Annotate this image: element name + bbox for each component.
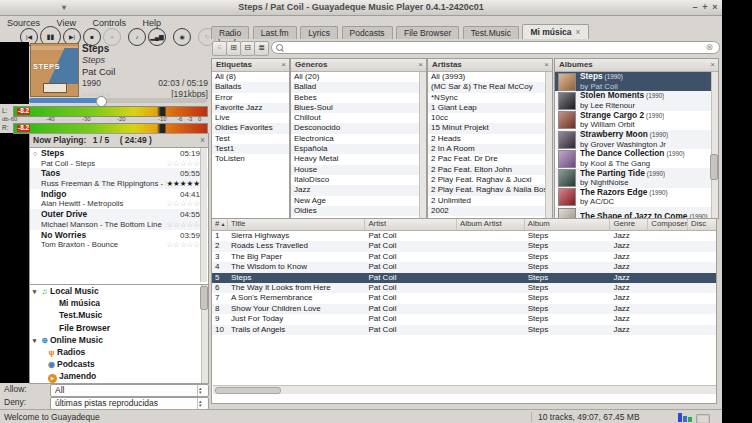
genre-item[interactable]: Electronica (291, 134, 419, 144)
panel-close-icon[interactable]: × (418, 59, 423, 71)
track-row[interactable]: 3 The Big Paper Pat Coil Steps Jazz (212, 252, 716, 262)
tree-group-online-music[interactable]: ▾⊕Online Music (30, 334, 208, 346)
table-h-scrollbar[interactable] (213, 385, 716, 394)
genre-item[interactable]: ItaloDisco (291, 175, 419, 185)
label-item[interactable]: Favorite Jazz (212, 103, 289, 113)
album-item[interactable]: Steps(1990) by Pat Coil (555, 72, 711, 91)
col-composer[interactable]: Composer (648, 219, 688, 230)
artist-item[interactable]: 10cc (428, 113, 545, 123)
tab-radio[interactable]: Radio (211, 26, 249, 39)
genre-item[interactable]: Ballad (291, 82, 419, 92)
tree-scrollbar[interactable] (201, 285, 208, 383)
expander-icon[interactable]: ▾ (30, 286, 39, 298)
album-item[interactable]: The Dance Collection(1990) by Kool & The… (555, 149, 711, 168)
track-row[interactable]: 5 Steps Pat Coil Steps Jazz (212, 273, 716, 283)
artist-item[interactable]: 1 Giant Leap (428, 103, 545, 113)
genre-item[interactable]: Jazz (291, 185, 419, 195)
tree-item-test-music[interactable]: Test.Music (30, 309, 208, 321)
tree-item-file-browser[interactable]: File Browser (30, 322, 208, 334)
now-playing-item[interactable]: Outer Drive 04:55 Michael Manson - The B… (30, 209, 208, 229)
table-h-scrollbar-thumb[interactable] (215, 387, 281, 394)
label-item[interactable]: All (8) (212, 72, 289, 82)
genre-item[interactable]: Bebes (291, 93, 419, 103)
track-row[interactable]: 7 A Son's Remembrance Pat Coil Steps Jaz… (212, 293, 716, 303)
col-artist[interactable]: Artist (365, 219, 457, 230)
now-playing-item[interactable]: Taos 05:55 Russ Freeman & The Rippington… (30, 168, 208, 188)
artist-item[interactable]: 2 Play Feat. Raghav & Naila Boss (428, 185, 545, 195)
artist-item[interactable]: 2 Pac Feat. Elton John (428, 165, 545, 175)
track-row[interactable]: 6 The Way It Looks from Here Pat Coil St… (212, 283, 716, 293)
item-rating[interactable]: ☆☆☆☆☆ (166, 159, 200, 168)
grid-view-icon[interactable]: ⊞ (226, 41, 241, 56)
col-title[interactable]: Title (228, 219, 365, 230)
album-item[interactable]: The Shape of Jazz to Come(1990) (555, 207, 711, 218)
now-playing-item[interactable]: Indigo 04:41 Alan Hewitt - Metropolis ☆☆… (30, 189, 208, 209)
label-item[interactable]: Oldies Favorites (212, 123, 289, 133)
expander-icon[interactable]: ▾ (30, 335, 39, 347)
tab-mi-musica[interactable]: Mi música× (522, 24, 588, 39)
track-row[interactable]: 1 Sierra Highways Pat Coil Steps Jazz (212, 231, 716, 241)
genre-item[interactable]: Oldies (291, 206, 419, 216)
artist-item[interactable]: All (3993) (428, 72, 545, 82)
minimize-button[interactable]: – (690, 0, 700, 15)
track-row[interactable]: 8 Show Your Children Love Pat Coil Steps… (212, 304, 716, 314)
genre-item[interactable]: Blues-Soul (291, 103, 419, 113)
albums-scrollbar-thumb[interactable] (710, 154, 718, 180)
artist-item[interactable]: (MC Sar &) The Real McCoy (428, 82, 545, 92)
now-playing-item[interactable]: No Worries 03:59 Tom Braxton - Bounce ☆☆… (30, 230, 208, 250)
artist-item[interactable]: *NSync (428, 93, 545, 103)
artist-item[interactable]: 2 Play Feat. Raghav & Jucxi (428, 175, 545, 185)
album-item[interactable]: Strawberry Moon(1990) by Grover Washingt… (555, 130, 711, 149)
track-row[interactable]: 10 Trails of Angels Pat Coil Steps Jazz (212, 325, 716, 335)
now-playing-item[interactable]: ○ Steps 05:19 Pat Coil - Steps ☆☆☆☆☆ (30, 148, 208, 168)
tab-lastfm[interactable]: Last.fm (253, 26, 297, 39)
tree-group-local-music[interactable]: ▾♫Local Music (30, 285, 208, 297)
album-item[interactable]: Strange Cargo 2(1990) by William Orbit (555, 111, 711, 130)
tree-item-radios[interactable]: ψRadios (30, 346, 208, 358)
tree-item-jamendo[interactable]: ▸Jamendo (30, 370, 208, 382)
track-row[interactable]: 2 Roads Less Travelled Pat Coil Steps Ja… (212, 241, 716, 251)
col-album[interactable]: Album (525, 219, 611, 230)
col-number[interactable]: # ▴ (212, 219, 228, 230)
now-playing-scrollbar[interactable] (200, 148, 207, 282)
tree-item-podcasts[interactable]: ◉Podcasts (30, 358, 208, 370)
artist-item[interactable]: 15 Minut Projekt (428, 123, 545, 133)
artist-item[interactable]: 2 Pac Feat. Dr Dre (428, 154, 545, 164)
genres-scrollbar[interactable] (419, 72, 426, 218)
item-rating[interactable]: ☆☆☆☆☆ (166, 199, 200, 208)
genre-item[interactable]: Desconocido (291, 123, 419, 133)
label-item[interactable]: Live (212, 113, 289, 123)
window-menu-icon[interactable]: ▾ (62, 0, 66, 15)
genre-item[interactable]: All (20) (291, 72, 419, 82)
label-item[interactable]: Test (212, 134, 289, 144)
label-item[interactable]: Test1 (212, 144, 289, 154)
album-item[interactable]: Stolen Moments(1990) by Lee Ritenour (555, 91, 711, 110)
label-item[interactable]: Error (212, 93, 289, 103)
browser-view-icon[interactable]: ⊟ (240, 41, 255, 56)
tab-lyrics[interactable]: Lyrics (300, 26, 338, 39)
artist-item[interactable]: 2 Unlimited (428, 196, 545, 206)
maximize-button[interactable]: + (700, 0, 710, 15)
detail-view-icon[interactable]: ≣ (254, 41, 269, 56)
genre-item[interactable]: Española (291, 144, 419, 154)
genre-item[interactable]: House (291, 165, 419, 175)
label-item[interactable]: Ballads (212, 82, 289, 92)
artist-item[interactable]: 2 In A Room (428, 144, 545, 154)
seek-slider[interactable] (29, 98, 207, 103)
title-bar[interactable]: ▾ Steps / Pat Coil - Guayadeque Music Pl… (0, 0, 722, 16)
col-genre[interactable]: Genre (610, 219, 648, 230)
search-input[interactable] (271, 41, 720, 54)
item-rating[interactable]: ☆☆☆☆☆ (166, 220, 200, 229)
tab-file-browser[interactable]: File Browser (396, 26, 459, 39)
clear-search-icon[interactable]: ⊗ (705, 42, 713, 52)
album-item[interactable]: The Razors Edge(1990) by AC/DC (555, 188, 711, 207)
item-rating[interactable]: ★★★★★ (166, 179, 200, 188)
album-art[interactable]: STEPS (30, 43, 79, 97)
panel-close-icon[interactable]: × (544, 59, 549, 71)
col-album-artist[interactable]: Album Artist (457, 219, 525, 230)
artists-scrollbar[interactable] (545, 72, 552, 218)
tree-item-mi-musica[interactable]: Mi música (30, 297, 208, 309)
col-disc[interactable]: Disc (688, 219, 716, 230)
now-playing-close-icon[interactable]: × (200, 134, 205, 147)
panel-close-icon[interactable]: × (710, 59, 715, 71)
